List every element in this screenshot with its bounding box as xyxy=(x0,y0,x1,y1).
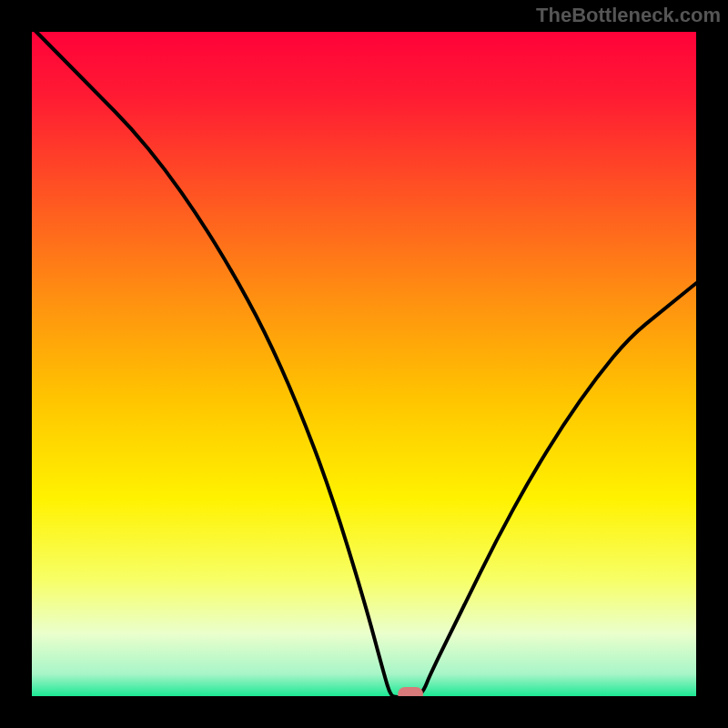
bottleneck-chart: TheBottleneck.com xyxy=(0,0,728,728)
watermark-text: TheBottleneck.com xyxy=(536,4,721,27)
chart-svg xyxy=(0,0,728,728)
